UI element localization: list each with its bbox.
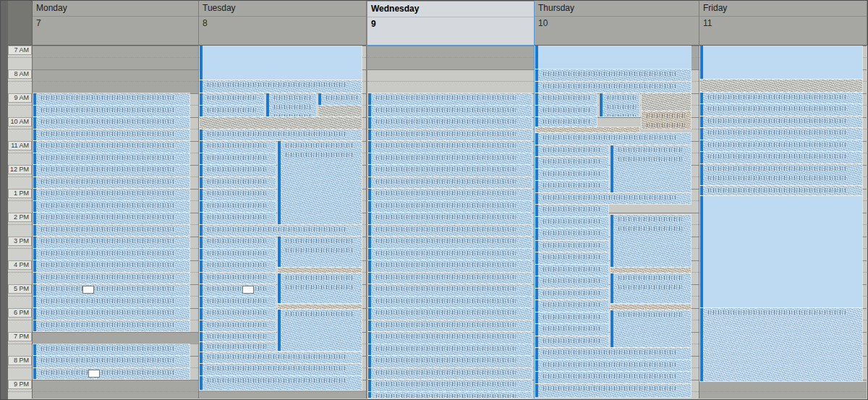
event-block[interactable] — [535, 133, 691, 145]
event-block[interactable] — [33, 165, 190, 176]
event-block[interactable] — [535, 384, 691, 397]
event-block[interactable] — [33, 356, 190, 367]
event-block[interactable] — [700, 308, 862, 381]
event-block[interactable] — [33, 153, 190, 165]
event-block[interactable] — [278, 237, 362, 267]
event-block[interactable] — [610, 145, 691, 192]
event-block[interactable] — [33, 297, 190, 308]
event-block[interactable] — [535, 229, 608, 240]
event-block[interactable] — [368, 153, 532, 165]
event-block[interactable] — [535, 169, 608, 181]
event-block[interactable] — [610, 273, 691, 304]
event-block[interactable] — [535, 289, 608, 300]
event-block[interactable] — [368, 106, 532, 117]
event-block[interactable] — [200, 225, 362, 237]
event-block[interactable] — [200, 376, 362, 391]
event-block[interactable] — [535, 241, 608, 252]
event-block[interactable] — [278, 305, 362, 309]
day-header-tuesday[interactable]: Tuesday8 — [199, 1, 367, 46]
event-block[interactable] — [535, 69, 691, 81]
event-block[interactable] — [278, 141, 362, 224]
event-block[interactable] — [200, 260, 276, 272]
day-column-thursday[interactable] — [535, 46, 699, 399]
event-block[interactable] — [535, 46, 691, 69]
event-block[interactable] — [535, 117, 597, 127]
event-block[interactable] — [200, 308, 276, 320]
event-block[interactable] — [33, 368, 190, 380]
event-block[interactable] — [200, 320, 276, 332]
day-column-friday[interactable] — [699, 46, 867, 399]
event-block[interactable] — [278, 273, 362, 304]
day-header-friday[interactable]: Friday11 — [699, 1, 867, 46]
event-block[interactable] — [200, 201, 276, 213]
event-block[interactable] — [33, 177, 190, 189]
event-block[interactable] — [535, 106, 597, 117]
event-block[interactable] — [33, 117, 190, 129]
event-block[interactable] — [33, 129, 190, 141]
event-block[interactable] — [535, 312, 608, 324]
event-block[interactable] — [535, 145, 608, 157]
event-block[interactable] — [610, 305, 691, 310]
event-block[interactable] — [700, 186, 862, 195]
event-block[interactable] — [368, 297, 532, 308]
event-block[interactable] — [700, 164, 862, 185]
day-header-wednesday[interactable]: Wednesday9 — [367, 1, 535, 46]
event-block[interactable] — [33, 213, 190, 224]
event-block[interactable] — [610, 310, 691, 347]
event-block[interactable] — [535, 360, 691, 372]
event-block[interactable] — [33, 141, 190, 153]
event-block[interactable] — [200, 237, 276, 248]
event-block[interactable] — [200, 129, 362, 141]
event-block[interactable] — [33, 320, 190, 332]
event-block[interactable] — [33, 249, 190, 260]
event-block[interactable] — [368, 273, 532, 284]
event-block[interactable] — [368, 177, 532, 189]
event-block[interactable] — [200, 297, 276, 308]
event-block[interactable] — [200, 141, 276, 153]
event-block[interactable] — [200, 46, 362, 80]
event-block[interactable] — [368, 344, 532, 356]
event-block[interactable] — [535, 82, 691, 93]
event-block[interactable] — [700, 140, 862, 152]
event-block[interactable] — [368, 332, 532, 344]
event-block[interactable] — [200, 93, 264, 105]
event-block[interactable] — [33, 273, 190, 284]
event-block[interactable] — [535, 93, 597, 105]
event-block[interactable] — [33, 201, 190, 213]
event-block[interactable] — [610, 215, 691, 267]
event-block[interactable] — [200, 352, 362, 364]
event-block[interactable] — [368, 284, 532, 296]
event-block[interactable] — [33, 308, 190, 320]
event-block[interactable] — [610, 268, 691, 273]
event-block[interactable] — [700, 93, 862, 104]
event-block[interactable] — [535, 276, 608, 288]
event-block[interactable] — [700, 104, 862, 116]
event-block[interactable] — [535, 205, 608, 216]
event-block[interactable] — [200, 249, 276, 260]
event-block[interactable] — [700, 128, 862, 140]
event-block[interactable] — [368, 189, 532, 200]
event-block[interactable] — [535, 372, 691, 383]
event-block[interactable] — [535, 348, 691, 359]
event-block[interactable] — [33, 189, 190, 200]
event-block[interactable] — [535, 157, 608, 169]
event-block[interactable] — [368, 356, 532, 367]
event-block[interactable] — [33, 260, 190, 272]
event-block[interactable] — [368, 368, 532, 380]
event-block[interactable] — [368, 249, 532, 260]
event-block[interactable] — [535, 127, 639, 132]
event-block[interactable] — [278, 310, 362, 352]
event-block[interactable] — [535, 181, 608, 192]
event-block[interactable] — [368, 260, 532, 272]
event-block[interactable] — [535, 265, 608, 276]
day-column-wednesday[interactable] — [367, 46, 535, 399]
event-block[interactable] — [700, 196, 862, 307]
event-block[interactable] — [368, 308, 532, 320]
event-block[interactable] — [200, 342, 276, 352]
event-block[interactable] — [368, 165, 532, 176]
event-block[interactable] — [642, 93, 691, 111]
event-block[interactable] — [368, 129, 532, 141]
event-block[interactable] — [368, 213, 532, 224]
event-block[interactable] — [200, 213, 276, 224]
event-block[interactable] — [200, 177, 276, 189]
